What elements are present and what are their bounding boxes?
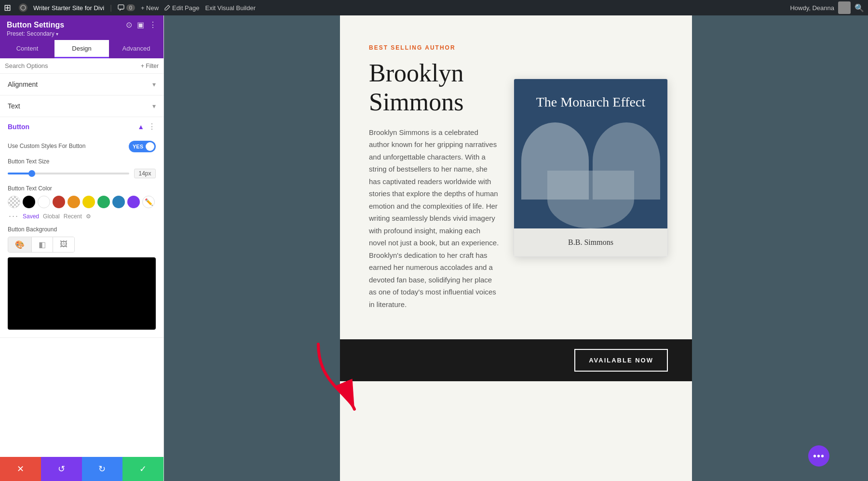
- available-now-button[interactable]: AVAILABLE NOW: [574, 349, 668, 372]
- hero-section: BEST SELLING AUTHOR Brooklyn Simmons Bro…: [340, 15, 692, 339]
- color-swatch-green[interactable]: [97, 196, 110, 208]
- sidebar-header: Button Settings ⊙ ▣ ⋮ Preset: Secondary …: [0, 15, 163, 40]
- book-author: B.B. Simmons: [524, 238, 658, 247]
- alignment-header[interactable]: Alignment ▾: [0, 74, 163, 95]
- search-icon[interactable]: 🔍: [854, 3, 864, 13]
- button-section: Button ▲ ⋮ Use Custom Styles For Button …: [0, 117, 163, 338]
- undo-button[interactable]: ↺: [41, 457, 82, 481]
- book-card: The Monarch Effect B.B. Simmons: [514, 79, 668, 257]
- alignment-title: Alignment: [8, 80, 38, 88]
- book-cover: The Monarch Effect: [514, 79, 667, 228]
- text-title: Text: [8, 102, 20, 110]
- text-caret-icon: ▾: [152, 102, 156, 110]
- color-swatch-white[interactable]: [38, 196, 50, 208]
- bg-tab-image[interactable]: 🖼: [53, 237, 74, 252]
- slider-value[interactable]: 14px: [134, 169, 156, 178]
- hero-tag: BEST SELLING AUTHOR: [369, 44, 499, 51]
- color-swatch-custom[interactable]: ✏️: [142, 196, 155, 208]
- search-input[interactable]: [5, 62, 138, 69]
- button-text-size-label: Button Text Size: [8, 158, 156, 165]
- use-custom-toggle-row: Use Custom Styles For Button YES: [8, 141, 156, 152]
- sidebar-title: Button Settings: [7, 21, 64, 29]
- color-dots[interactable]: ···: [9, 211, 19, 221]
- top-bar: ⊞ Writer Starter Site for Divi | 0 + New…: [0, 0, 868, 15]
- book-cover-shapes: [514, 132, 667, 228]
- tab-advanced[interactable]: Advanced: [109, 40, 163, 58]
- bg-preview: [8, 257, 156, 330]
- top-bar-right: Howdy, Deanna 🔍: [790, 1, 864, 14]
- tab-content[interactable]: Content: [0, 40, 54, 58]
- hero-text: BEST SELLING AUTHOR Brooklyn Simmons Bro…: [369, 44, 499, 310]
- hero-title: Brooklyn Simmons: [369, 59, 499, 117]
- button-settings: Use Custom Styles For Button YES Button …: [0, 136, 163, 337]
- redo-icon: ↻: [98, 464, 106, 474]
- wordpress-icon[interactable]: ⊞: [4, 2, 11, 13]
- use-custom-label: Use Custom Styles For Button: [8, 143, 85, 150]
- bg-tab-gradient[interactable]: ◧: [32, 237, 53, 252]
- color-swatch-purple[interactable]: [127, 196, 140, 208]
- search-bar: + Filter: [0, 58, 163, 74]
- focus-icon[interactable]: ⊙: [126, 20, 132, 29]
- slider-track[interactable]: [8, 173, 129, 174]
- button-section-title: Button: [8, 123, 29, 131]
- button-section-actions: ▲ ⋮: [137, 122, 156, 131]
- button-section-header[interactable]: Button ▲ ⋮: [0, 117, 163, 136]
- color-meta: ··· Saved Global Recent ⚙: [8, 211, 156, 221]
- collapse-icon[interactable]: ▲: [137, 123, 144, 131]
- undo-icon: ↺: [58, 464, 65, 474]
- use-custom-toggle[interactable]: YES: [129, 141, 156, 152]
- close-button[interactable]: ✕: [0, 457, 41, 481]
- sidebar-tabs: Content Design Advanced: [0, 40, 163, 58]
- filter-button[interactable]: + Filter: [141, 63, 159, 69]
- canvas-area: BEST SELLING AUTHOR Brooklyn Simmons Bro…: [164, 15, 868, 481]
- tab-design[interactable]: Design: [54, 40, 109, 58]
- button-background-section: Button Background 🎨 ◧ 🖼: [8, 226, 156, 330]
- canvas-page: BEST SELLING AUTHOR Brooklyn Simmons Bro…: [340, 15, 692, 481]
- section-menu-icon[interactable]: ⋮: [148, 122, 156, 131]
- preset-selector[interactable]: Preset: Secondary ▾: [7, 30, 157, 37]
- site-icon: [19, 3, 27, 12]
- comment-icon[interactable]: 0: [118, 4, 135, 11]
- slider-thumb[interactable]: [28, 170, 35, 177]
- save-icon: ✓: [139, 464, 147, 474]
- svg-point-0: [21, 5, 26, 10]
- color-meta-saved[interactable]: Saved: [23, 213, 39, 220]
- save-button[interactable]: ✓: [122, 457, 163, 481]
- split-icon[interactable]: ▣: [137, 20, 144, 29]
- color-swatch-blue[interactable]: [112, 196, 125, 208]
- color-swatch-black[interactable]: [23, 196, 35, 208]
- color-swatch-transparent[interactable]: [8, 196, 20, 208]
- color-meta-recent[interactable]: Recent: [64, 213, 82, 220]
- more-icon[interactable]: ⋮: [149, 20, 157, 29]
- toggle-yes-label: YES: [133, 144, 143, 149]
- color-swatch-red[interactable]: [53, 196, 65, 208]
- sidebar-bottom: ✕ ↺ ↻ ✓: [0, 457, 163, 481]
- bg-tabs: 🎨 ◧ 🖼: [8, 237, 75, 253]
- hero-description: Brooklyn Simmons is a celebrated author …: [369, 126, 499, 311]
- color-swatch-orange[interactable]: [68, 196, 80, 208]
- floating-dot-button[interactable]: •••: [808, 445, 829, 467]
- color-meta-global[interactable]: Global: [43, 213, 60, 220]
- site-name[interactable]: Writer Starter Site for Divi: [33, 4, 104, 12]
- howdy-text: Howdy, Deanna: [790, 4, 834, 12]
- main-layout: Button Settings ⊙ ▣ ⋮ Preset: Secondary …: [0, 15, 868, 481]
- new-button[interactable]: + New: [141, 4, 159, 12]
- button-bg-label: Button Background: [8, 226, 156, 233]
- comment-count: 0: [126, 4, 135, 11]
- text-header[interactable]: Text ▾: [0, 95, 163, 117]
- text-section: Text ▾: [0, 95, 163, 117]
- slider-control: 14px: [8, 169, 156, 178]
- user-avatar[interactable]: [838, 1, 851, 14]
- book-bottom: B.B. Simmons: [514, 228, 667, 256]
- alignment-section: Alignment ▾: [0, 74, 163, 95]
- color-settings-icon[interactable]: ⚙: [86, 213, 91, 220]
- shape-bottom: [547, 171, 634, 228]
- exit-builder-button[interactable]: Exit Visual Builder: [205, 4, 256, 12]
- preset-caret-icon: ▾: [56, 31, 58, 37]
- color-swatch-yellow[interactable]: [82, 196, 95, 208]
- edit-page-button[interactable]: Edit Page: [164, 4, 199, 12]
- redo-button[interactable]: ↻: [82, 457, 123, 481]
- alignment-caret-icon: ▾: [152, 80, 156, 88]
- bg-tab-color[interactable]: 🎨: [8, 237, 32, 252]
- sidebar: Button Settings ⊙ ▣ ⋮ Preset: Secondary …: [0, 15, 164, 481]
